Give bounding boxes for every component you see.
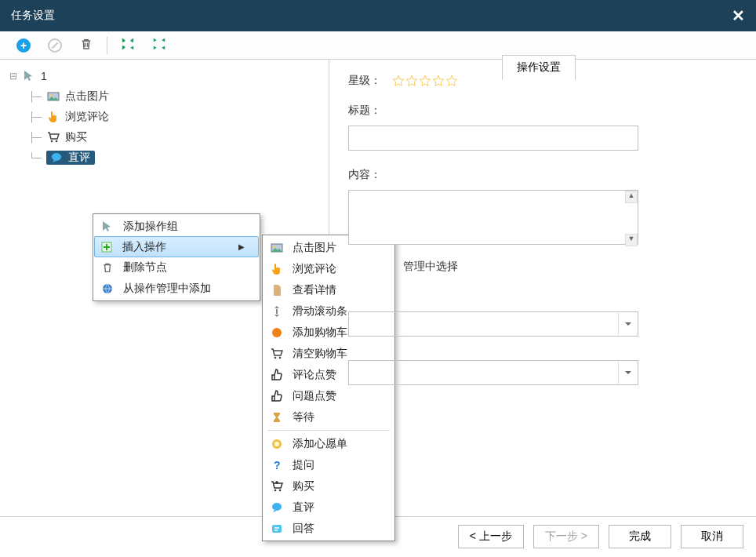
title-label: 标题：	[348, 104, 392, 118]
collapse-all-button[interactable]	[144, 31, 175, 60]
scroll-icon	[269, 304, 285, 319]
trash-icon	[79, 37, 93, 53]
main-area: ⊟ 1 ├─ 点击图片 ├─ 浏览评论 ├─ 购买 └─	[0, 60, 756, 517]
tree: ⊟ 1 ├─ 点击图片 ├─ 浏览评论 ├─ 购买 └─	[9, 66, 329, 168]
insert-icon	[99, 239, 114, 255]
svg-marker-4	[154, 38, 157, 42]
cartplus-icon	[269, 479, 285, 494]
expand-all-button[interactable]	[112, 31, 144, 60]
chat-bubble-icon	[49, 151, 64, 165]
title-input[interactable]	[348, 126, 638, 151]
separator	[107, 37, 107, 54]
svg-point-11	[56, 140, 58, 143]
titlebar: 任务设置 ✕	[0, 0, 756, 31]
menu-item-label: 从操作管理中添加	[123, 282, 211, 296]
content-textarea-wrap: ▲ ▼	[348, 190, 638, 247]
tree-item-buy[interactable]: ├─ 购买	[9, 127, 329, 147]
rating-stars[interactable]	[392, 75, 458, 87]
svg-point-23	[274, 489, 277, 491]
star-icon[interactable]	[405, 75, 418, 87]
tree-item-label: 点击图片	[65, 89, 109, 104]
menu-add-from-manager[interactable]: 从操作管理中添加	[95, 278, 258, 299]
tree-item-browse-reviews[interactable]: ├─ 浏览评论	[9, 107, 329, 127]
scroll-up-button[interactable]: ▲	[625, 191, 638, 203]
star-icon[interactable]	[445, 75, 458, 87]
globe-icon	[269, 436, 285, 452]
menu-item-label: 删除节点	[123, 260, 167, 275]
close-button[interactable]: ✕	[732, 6, 745, 25]
svg-point-10	[51, 140, 53, 143]
svg-marker-7	[162, 46, 165, 49]
hourglass-icon	[269, 410, 285, 425]
globe-icon	[100, 281, 115, 297]
cancel-button[interactable]: 取消	[681, 525, 743, 548]
question-icon: ?	[269, 457, 285, 473]
context-menu: 添加操作组 插入操作 ▶ 删除节点 从操作管理中添加	[93, 213, 260, 301]
image-icon	[269, 240, 285, 256]
star-icon[interactable]	[392, 75, 405, 87]
expand-icon	[122, 38, 134, 53]
svg-point-18	[274, 356, 277, 359]
forbidden-icon	[48, 38, 62, 53]
svg-marker-6	[154, 46, 157, 49]
chevron-down-icon	[618, 362, 637, 384]
menu-insert-action[interactable]: 插入操作 ▶	[94, 236, 259, 257]
next-button: 下一步 >	[533, 525, 599, 548]
submenu-item-label: 回答	[293, 522, 314, 536]
trash-icon	[100, 260, 115, 275]
tree-root[interactable]: ⊟ 1	[9, 66, 329, 86]
menu-item-label: 插入操作	[122, 240, 166, 254]
menu-delete-node[interactable]: 删除节点	[95, 257, 258, 278]
scroll-down-button[interactable]: ▼	[625, 234, 638, 246]
doc-icon	[269, 282, 285, 298]
submenu-item-label: 等待	[293, 410, 314, 424]
tree-pane: ⊟ 1 ├─ 点击图片 ├─ 浏览评论 ├─ 购买 └─	[0, 60, 329, 516]
star-icon[interactable]	[419, 75, 431, 87]
content-textarea[interactable]	[348, 190, 638, 245]
prev-button[interactable]: < 上一步	[458, 525, 524, 548]
tree-item-label: 购买	[65, 130, 87, 144]
svg-point-12	[52, 153, 61, 161]
pointer-icon	[46, 110, 60, 124]
pointer-icon	[269, 261, 285, 277]
thumb-icon	[269, 367, 285, 383]
cart-icon	[46, 130, 60, 144]
star-icon[interactable]	[432, 75, 445, 87]
rating-label: 星级：	[348, 74, 392, 88]
tree-item-click-image[interactable]: ├─ 点击图片	[9, 86, 329, 107]
svg-text:?: ?	[274, 459, 281, 471]
menu-add-group[interactable]: 添加操作组	[95, 216, 258, 237]
menu-item-label: 添加操作组	[123, 220, 178, 234]
cart-icon	[269, 346, 285, 362]
tabs: 操作设置	[502, 55, 576, 80]
content-label: 内容：	[348, 168, 392, 182]
submenu-arrow-icon: ▶	[238, 242, 245, 251]
tree-root-label: 1	[41, 70, 47, 82]
svg-point-21	[274, 442, 279, 446]
submenu-item-label: 购买	[293, 479, 314, 493]
add-button[interactable]: +	[8, 31, 39, 60]
chevron-down-icon	[618, 313, 637, 335]
dialog-title: 任务设置	[11, 9, 55, 23]
combo-1[interactable]	[348, 311, 638, 337]
image-icon	[46, 89, 60, 104]
ball-icon	[269, 325, 285, 340]
settings-pane: 操作设置 星级： 标题： 内容： ▲ ▼ 管理中选择	[329, 60, 756, 516]
svg-rect-26	[272, 525, 282, 533]
svg-point-17	[272, 328, 282, 337]
delete-button[interactable]	[71, 31, 102, 60]
combo-2[interactable]	[348, 360, 638, 385]
tree-item-direct-review[interactable]: └─ 直评	[9, 147, 329, 168]
cursor-icon	[22, 69, 36, 83]
bubble-icon	[269, 500, 285, 515]
content-row: 内容：	[348, 168, 737, 182]
svg-point-24	[279, 489, 282, 491]
finish-button[interactable]: 完成	[609, 525, 671, 548]
svg-point-25	[272, 503, 282, 511]
thumb-icon	[269, 388, 285, 404]
svg-point-19	[279, 356, 282, 359]
tree-item-label: 浏览评论	[65, 110, 109, 124]
submenu-item[interactable]: 回答	[264, 518, 393, 539]
tab-operation-settings[interactable]: 操作设置	[502, 55, 576, 80]
toolbar: +	[0, 31, 756, 60]
